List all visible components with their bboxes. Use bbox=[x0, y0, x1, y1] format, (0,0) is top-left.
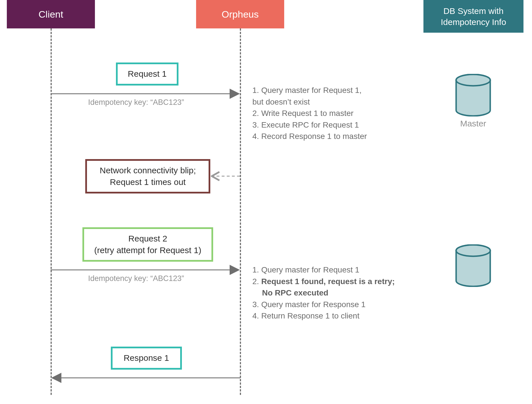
lifeline-orpheus bbox=[240, 28, 241, 395]
steps-list-1: 1. Query master for Request 1, but doesn… bbox=[252, 85, 417, 142]
svg-point-6 bbox=[456, 245, 490, 256]
step: but doesn’t exist bbox=[252, 96, 417, 108]
participant-db: DB System with Idempotency Info bbox=[423, 0, 523, 33]
arrow-response-1 bbox=[48, 375, 241, 381]
sublabel-key-1: Idempotency key: “ABC123” bbox=[88, 98, 184, 107]
participant-orpheus: Orpheus bbox=[196, 0, 284, 28]
arrow-request-2 bbox=[51, 267, 240, 273]
message-network-blip: Network connectivity blip; Request 1 tim… bbox=[85, 159, 210, 193]
step: 4. Return Response 1 to client bbox=[252, 310, 429, 322]
participant-client: Client bbox=[7, 0, 95, 28]
message-request-1: Request 1 bbox=[116, 63, 178, 86]
arrow-network-blip bbox=[210, 173, 242, 179]
sublabel-key-2: Idempotency key: “ABC123” bbox=[88, 274, 184, 283]
step: 4. Record Response 1 to master bbox=[252, 131, 417, 142]
arrow-request-1 bbox=[51, 91, 240, 97]
step: 1. Query master for Request 1 bbox=[252, 264, 429, 276]
lifeline-client bbox=[51, 28, 52, 395]
step: No RPC executed bbox=[252, 287, 429, 299]
step: 3. Execute RPC for Request 1 bbox=[252, 119, 417, 131]
step: 1. Query master for Request 1, bbox=[252, 85, 417, 96]
step: 2. Write Request 1 to master bbox=[252, 108, 417, 119]
db-cylinder-icon bbox=[455, 74, 492, 116]
line: Network connectivity blip; bbox=[100, 165, 196, 176]
db-cylinder-icon bbox=[455, 244, 492, 287]
line: Request 1 times out bbox=[100, 176, 196, 188]
sequence-diagram: Client Orpheus DB System with Idempotenc… bbox=[0, 0, 532, 404]
svg-point-2 bbox=[456, 74, 490, 86]
db-master-label: Master bbox=[455, 119, 492, 128]
message-response-1: Response 1 bbox=[111, 347, 182, 370]
line: Request 2 bbox=[94, 233, 201, 245]
line: (retry attempt for Request 1) bbox=[94, 245, 201, 256]
step: 2. Request 1 found, request is a retry; bbox=[252, 276, 429, 288]
steps-list-2: 1. Query master for Request 1 2. Request… bbox=[252, 264, 429, 322]
message-request-2: Request 2 (retry attempt for Request 1) bbox=[82, 227, 213, 262]
step: 3. Query master for Response 1 bbox=[252, 299, 429, 311]
